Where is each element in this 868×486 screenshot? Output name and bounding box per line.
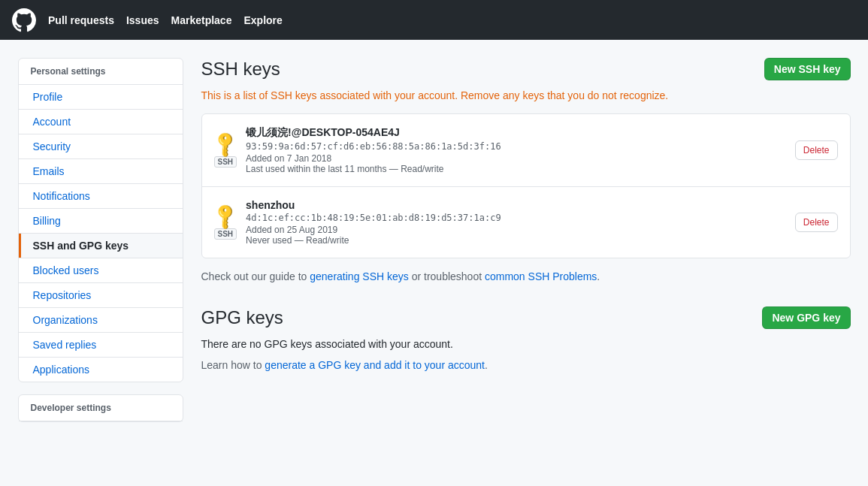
gpg-learn-suffix: . (485, 359, 488, 371)
ssh-section-header: SSH keys New SSH key (201, 58, 851, 80)
gpg-learn-link[interactable]: generate a GPG key and add it to your ac… (265, 359, 485, 371)
ssh-key-item: 🔑 SSH 锻儿须浣!@DESKTOP-054AE4J 93:59:9a:6d:… (202, 114, 850, 187)
nav-pull-requests[interactable]: Pull requests (48, 14, 114, 26)
sidebar-item-profile[interactable]: Profile (19, 85, 183, 109)
delete-ssh-key-button-1[interactable]: Delete (795, 140, 838, 160)
sidebar-item-ssh-gpg-keys[interactable]: SSH and GPG keys (19, 234, 183, 258)
gpg-learn-text: Learn how to generate a GPG key and add … (201, 359, 851, 371)
sidebar-item-emails[interactable]: Emails (19, 159, 183, 183)
sidebar-item-security[interactable]: Security (19, 134, 183, 158)
delete-ssh-key-button-2[interactable]: Delete (795, 213, 838, 232)
gpg-description: There are no GPG keys associated with yo… (201, 338, 851, 350)
ssh-description: This is a list of SSH keys associated wi… (201, 89, 851, 101)
ssh-key-name-1: 锻儿须浣!@DESKTOP-054AE4J (246, 126, 786, 140)
main-content: SSH keys New SSH key This is a list of S… (201, 58, 851, 434)
guide-middle: or troubleshoot (409, 270, 485, 282)
ssh-keys-container: 🔑 SSH 锻儿须浣!@DESKTOP-054AE4J 93:59:9a:6d:… (201, 113, 851, 258)
nav-marketplace[interactable]: Marketplace (171, 14, 232, 26)
personal-settings-label: Personal settings (19, 59, 183, 85)
top-navigation: Pull requests Issues Marketplace Explore (0, 0, 868, 40)
developer-settings-group: Developer settings (18, 394, 183, 422)
ssh-key-last-used-2: Never used — Read/write (246, 235, 786, 246)
nav-issues[interactable]: Issues (126, 14, 159, 26)
new-gpg-key-button[interactable]: New GPG key (762, 306, 850, 329)
ssh-key-icon-wrap-2: 🔑 SSH (214, 206, 237, 240)
sidebar-item-repositories[interactable]: Repositories (19, 283, 183, 307)
sidebar-item-account[interactable]: Account (19, 110, 183, 134)
github-logo-icon[interactable] (12, 8, 36, 32)
personal-settings-group: Personal settings Profile Account Securi… (18, 58, 183, 382)
common-ssh-problems-link[interactable]: common SSH Problems (485, 270, 597, 282)
gpg-learn-prefix: Learn how to (201, 359, 265, 371)
guide-prefix: Check out our guide to (201, 270, 310, 282)
nav-explore[interactable]: Explore (243, 14, 282, 26)
ssh-guide-text: Check out our guide to generating SSH ke… (201, 270, 851, 282)
guide-suffix: . (597, 270, 600, 282)
sidebar-item-notifications[interactable]: Notifications (19, 184, 183, 208)
sidebar-item-applications[interactable]: Applications (19, 358, 183, 382)
ssh-key-fingerprint-2: 4d:1c:ef:cc:1b:48:19:5e:01:ab:d8:19:d5:3… (246, 213, 786, 223)
sidebar-item-organizations[interactable]: Organizations (19, 308, 183, 332)
generating-ssh-keys-link[interactable]: generating SSH keys (310, 270, 409, 282)
ssh-key-name-2: shenzhou (246, 199, 786, 211)
ssh-key-icon-wrap-1: 🔑 SSH (214, 134, 237, 168)
ssh-key-last-used-1: Last used within the last 11 months — Re… (246, 164, 786, 174)
key-icon-2: 🔑 (210, 201, 240, 231)
sidebar: Personal settings Profile Account Securi… (18, 58, 183, 434)
gpg-section-header: GPG keys New GPG key (201, 306, 851, 329)
ssh-key-added-2: Added on 25 Aug 2019 (246, 225, 786, 235)
ssh-key-info-1: 锻儿须浣!@DESKTOP-054AE4J 93:59:9a:6d:57:cf:… (246, 126, 786, 174)
developer-settings-label: Developer settings (19, 395, 183, 421)
ssh-key-item-2: 🔑 SSH shenzhou 4d:1c:ef:cc:1b:48:19:5e:0… (202, 187, 850, 258)
sidebar-item-saved-replies[interactable]: Saved replies (19, 333, 183, 357)
page-layout: Personal settings Profile Account Securi… (6, 58, 863, 434)
ssh-key-added-1: Added on 7 Jan 2018 (246, 153, 786, 164)
ssh-key-fingerprint-1: 93:59:9a:6d:57:cf:d6:eb:56:88:5a:86:1a:5… (246, 141, 786, 152)
gpg-section-title: GPG keys (201, 307, 283, 328)
new-ssh-key-button[interactable]: New SSH key (764, 58, 851, 80)
sidebar-item-blocked-users[interactable]: Blocked users (19, 258, 183, 282)
ssh-key-info-2: shenzhou 4d:1c:ef:cc:1b:48:19:5e:01:ab:d… (246, 199, 786, 246)
key-icon-1: 🔑 (210, 128, 240, 159)
sidebar-item-billing[interactable]: Billing (19, 209, 183, 233)
ssh-section-title: SSH keys (201, 59, 280, 80)
